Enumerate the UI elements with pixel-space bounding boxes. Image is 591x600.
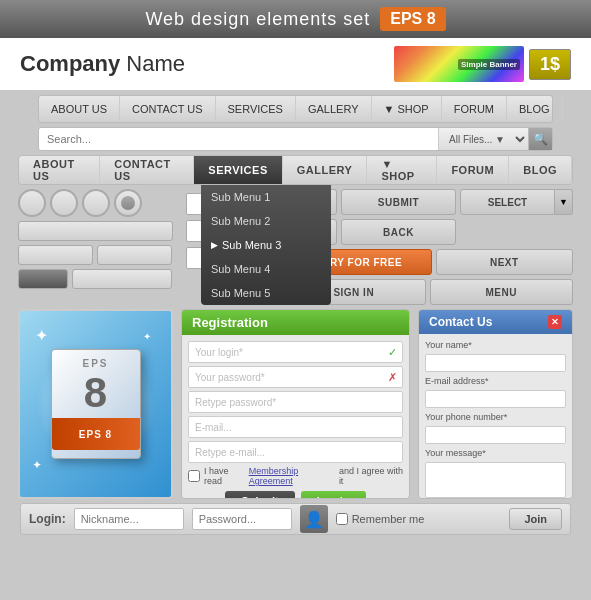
header-title: Web design elements set <box>145 9 370 30</box>
dropdown-item-2[interactable]: Sub Menu 2 <box>201 209 331 233</box>
company-name: Company Name <box>20 51 185 77</box>
dropdown-item-4[interactable]: Sub Menu 4 <box>201 257 331 281</box>
log-in-btn[interactable]: Log In <box>301 491 366 499</box>
product-number: 8 <box>84 372 107 414</box>
select-group: SELECT ▼ <box>460 189 573 215</box>
nickname-input[interactable] <box>74 508 184 530</box>
nav1-shop[interactable]: ▼ SHOP <box>372 96 442 122</box>
search-input[interactable] <box>39 133 438 145</box>
invalid-icon: ✗ <box>388 371 397 384</box>
contact-phone-label: Your phone number* <box>425 412 566 422</box>
next-btn[interactable]: NEXT <box>436 249 574 275</box>
nav1-forum[interactable]: FORUM <box>442 96 507 122</box>
form-buttons: Submit Log In <box>188 491 403 499</box>
banner-price[interactable]: 1$ <box>529 49 571 80</box>
contact-close[interactable]: ✕ <box>548 315 562 329</box>
contact-phone-field[interactable] <box>425 426 566 444</box>
rect-btn-3[interactable] <box>97 245 172 265</box>
rect-btn-2[interactable] <box>18 245 93 265</box>
dropdown-item-3[interactable]: Sub Menu 3 <box>201 233 331 257</box>
contact-panel: Contact Us ✕ Your name* E-mail address* … <box>418 309 573 499</box>
join-btn[interactable]: Join <box>509 508 562 530</box>
radio-4[interactable] <box>114 189 142 217</box>
product-panel: ✦ ✦ ✦ EPS 8 EPS 8 <box>18 309 173 499</box>
files-select[interactable]: All Files... ▼ <box>438 128 528 150</box>
search-button[interactable]: 🔍 <box>528 128 552 150</box>
nav1-services[interactable]: SERVICES <box>216 96 296 122</box>
contact-name-label: Your name* <box>425 340 566 350</box>
radio-2[interactable] <box>50 189 78 217</box>
top-header: Web design elements set EPS 8 <box>0 0 591 38</box>
login-bar: Login: 👤 Remember me Join <box>20 503 571 535</box>
rect-btn-dark[interactable] <box>18 269 68 289</box>
login-field[interactable]: Your login* ✓ <box>188 341 403 363</box>
contact-header: Contact Us ✕ <box>419 310 572 334</box>
dropdown-item-1[interactable]: Sub Menu 1 <box>201 185 331 209</box>
contact-message-label: Your message* <box>425 448 566 458</box>
retype-email-field[interactable]: Retype e-mail... <box>188 441 403 463</box>
password-input[interactable] <box>192 508 292 530</box>
agreement-row: I have read Membership Agreement and I a… <box>188 466 403 486</box>
eps-badge: EPS 8 <box>380 7 445 31</box>
remember-row: Remember me <box>336 513 502 525</box>
nav-bar-2: ABOUT US CONTACT US SERVICES GALLERY ▼ S… <box>18 155 573 185</box>
user-icon: 👤 <box>300 505 328 533</box>
remember-checkbox[interactable] <box>336 513 348 525</box>
submit-action-btn[interactable]: SUBMIT <box>341 189 456 215</box>
search-bar: All Files... ▼ 🔍 <box>38 127 553 151</box>
dropdown-menu: Sub Menu 1 Sub Menu 2 Sub Menu 3 Sub Men… <box>201 185 331 305</box>
submit-form-btn[interactable]: Submit <box>225 491 294 499</box>
product-bottom: EPS 8 <box>52 418 140 450</box>
radio-1[interactable] <box>18 189 46 217</box>
nav1-about-us[interactable]: ABOUT US <box>39 96 120 122</box>
contact-name-field[interactable] <box>425 354 566 372</box>
product-box: EPS 8 EPS 8 <box>51 349 141 459</box>
back-btn[interactable]: BACK <box>341 219 456 245</box>
select-arrow[interactable]: ▼ <box>555 189 573 215</box>
contact-body: Your name* E-mail address* Your phone nu… <box>419 334 572 499</box>
rect-btn-4[interactable] <box>72 269 172 289</box>
nav2-gallery[interactable]: GALLERY <box>283 156 368 184</box>
company-bar: Company Name Simple Banner 1$ <box>0 38 591 90</box>
product-eps-label: EPS 8 <box>79 429 112 440</box>
nav1-gallery[interactable]: GALLERY <box>296 96 372 122</box>
valid-icon: ✓ <box>388 346 397 359</box>
remember-label: Remember me <box>352 513 425 525</box>
nav1-blog[interactable]: BLOG <box>507 96 563 122</box>
nav2-shop[interactable]: ▼ SHOP <box>367 156 437 184</box>
radio-3[interactable] <box>82 189 110 217</box>
select-btn[interactable]: SELECT <box>460 189 555 215</box>
nav2-contact-us[interactable]: CONTACT US <box>100 156 194 184</box>
rect-btn-1[interactable] <box>18 221 173 241</box>
contact-email-field[interactable] <box>425 390 566 408</box>
banner-area: Simple Banner 1$ <box>394 46 571 82</box>
contact-email-label: E-mail address* <box>425 376 566 386</box>
dropdown-item-5[interactable]: Sub Menu 5 <box>201 281 331 305</box>
menu-btn[interactable]: MENU <box>430 279 574 305</box>
nav1-contact-us[interactable]: CONTACT US <box>120 96 216 122</box>
left-controls <box>18 189 178 305</box>
nav2-about-us[interactable]: ABOUT US <box>19 156 100 184</box>
banner-image: Simple Banner <box>394 46 524 82</box>
password-field[interactable]: Your password* ✗ <box>188 366 403 388</box>
registration-panel: Registration Your login* ✓ Your password… <box>181 309 410 499</box>
retype-password-field[interactable]: Retype password* <box>188 391 403 413</box>
nav-bar-1: ABOUT US CONTACT US SERVICES GALLERY ▼ S… <box>38 95 553 123</box>
nav2-forum[interactable]: FORUM <box>437 156 509 184</box>
contact-message-field[interactable] <box>425 462 566 498</box>
nav2-services[interactable]: SERVICES <box>194 156 282 184</box>
agreement-checkbox[interactable] <box>188 470 200 482</box>
nav2-blog[interactable]: BLOG <box>509 156 572 184</box>
login-label: Login: <box>29 512 66 526</box>
email-field[interactable]: E-mail... <box>188 416 403 438</box>
registration-body: Your login* ✓ Your password* ✗ Retype pa… <box>182 335 409 499</box>
registration-header: Registration <box>182 310 409 335</box>
membership-link[interactable]: Membership Agreement <box>249 466 335 486</box>
